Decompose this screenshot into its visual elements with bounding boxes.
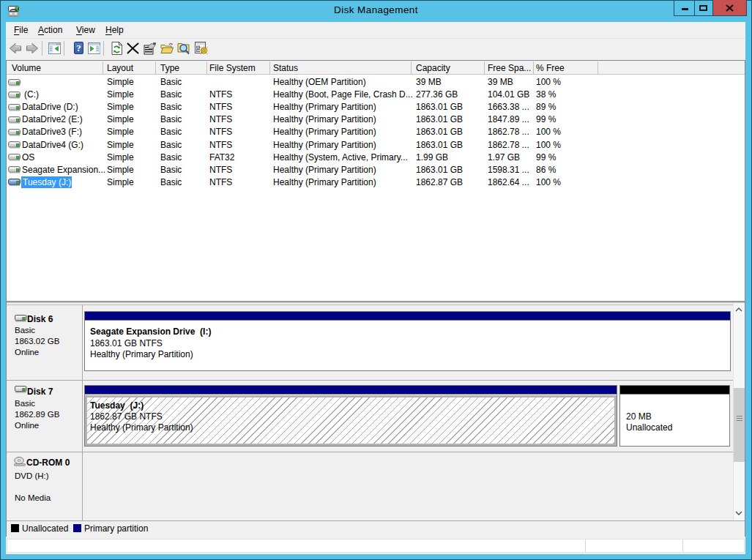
svg-text:?: ?	[76, 42, 81, 53]
